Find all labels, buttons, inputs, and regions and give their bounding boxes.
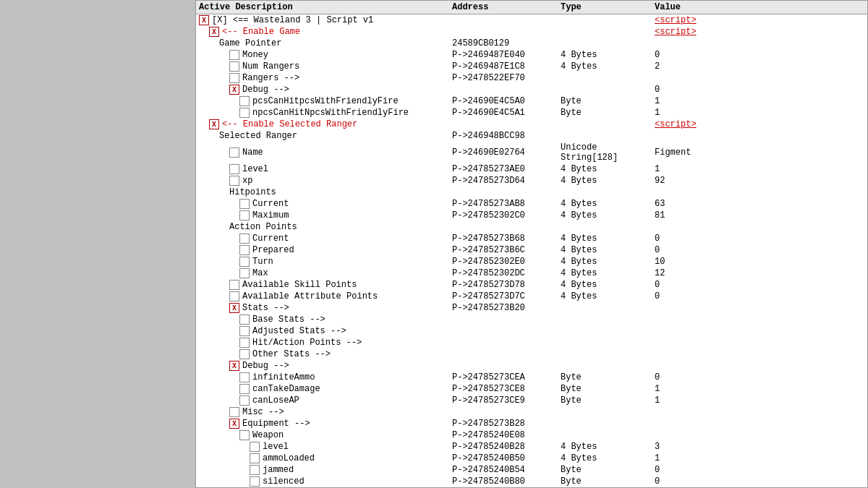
table-row[interactable]: jammedP->24785240B54Byte0 xyxy=(196,464,867,476)
table-row[interactable]: Hit/Action Points --> xyxy=(196,337,867,348)
table-row[interactable]: [X] <== Wasteland 3 | Script v1<script> xyxy=(196,14,867,26)
table-row[interactable]: Action Points xyxy=(196,221,867,233)
row-desc-cell: npcsCanHitNpcsWithFriendlyFire xyxy=(199,108,452,118)
checkbox[interactable] xyxy=(239,234,250,244)
table-row[interactable]: npcsCanHitNpcsWithFriendlyFireP->24690E4… xyxy=(196,107,867,119)
row-addr-cell: P->24785273CE9 xyxy=(452,395,561,406)
table-row[interactable]: Debug --> xyxy=(196,360,867,372)
row-type-cell: Byte xyxy=(561,384,655,394)
table-row[interactable]: pcsCanHitpcsWithFriendlyFireP->24690E4C5… xyxy=(196,95,867,107)
table-row[interactable]: infiniteAmmoP->24785273CEAByte0 xyxy=(196,372,867,383)
table-row[interactable]: Rangers -->P->2478522EF70 xyxy=(196,72,867,84)
table-row[interactable]: WeaponP->24785240E08 xyxy=(196,429,867,441)
row-type-cell: Byte xyxy=(561,96,655,106)
checkbox[interactable] xyxy=(229,407,239,417)
checkbox[interactable] xyxy=(250,442,260,452)
table-row[interactable]: MaxP->247852302DC4 Bytes12 xyxy=(196,267,867,279)
row-addr-cell: P->247852302E0 xyxy=(452,257,561,267)
row-value-cell: 0 xyxy=(655,280,741,290)
table-row[interactable]: Other Stats --> xyxy=(196,348,867,360)
checkbox[interactable] xyxy=(239,338,250,348)
checkbox[interactable] xyxy=(250,453,260,463)
table-row[interactable]: Game Pointer24589CB0129 xyxy=(196,38,867,49)
row-label: canTakeDamage xyxy=(252,384,320,394)
row-value-cell: 1 xyxy=(655,384,741,394)
checkbox[interactable] xyxy=(250,476,260,487)
checkbox[interactable] xyxy=(239,384,250,394)
row-desc-cell: Maximum xyxy=(199,210,452,221)
checkbox[interactable] xyxy=(229,361,239,371)
checkbox[interactable] xyxy=(229,176,239,186)
table-row[interactable]: levelP->24785240B284 Bytes3 xyxy=(196,441,867,453)
checkbox[interactable] xyxy=(229,303,239,313)
checkbox[interactable] xyxy=(229,419,239,429)
row-desc-cell: Debug --> xyxy=(199,85,452,95)
checkbox[interactable] xyxy=(239,210,250,221)
table-row[interactable]: levelP->24785273AE04 Bytes1 xyxy=(196,163,867,175)
table-row[interactable]: Available Skill PointsP->24785273D784 By… xyxy=(196,279,867,291)
checkbox[interactable] xyxy=(239,257,250,267)
row-label: canLoseAP xyxy=(252,395,299,406)
checkbox[interactable] xyxy=(250,465,260,475)
table-row[interactable]: Selected RangerP->246948BCC98 xyxy=(196,130,867,142)
checkbox[interactable] xyxy=(209,119,219,129)
table-row[interactable]: Base Stats --> xyxy=(196,314,867,325)
checkbox[interactable] xyxy=(239,199,250,209)
checkbox[interactable] xyxy=(209,27,219,37)
table-row[interactable]: Debug -->0 xyxy=(196,84,867,95)
checkbox[interactable] xyxy=(239,372,250,382)
row-label: Turn xyxy=(252,257,273,267)
table-row[interactable]: PreparedP->24785273B6C4 Bytes0 xyxy=(196,244,867,256)
table-row[interactable]: Equipment -->P->24785273B28 xyxy=(196,418,867,429)
row-label: Name xyxy=(242,147,263,158)
checkbox[interactable] xyxy=(229,50,239,60)
table-row[interactable]: ammoLoadedP->24785240B504 Bytes1 xyxy=(196,453,867,464)
checkbox[interactable] xyxy=(239,314,250,325)
checkbox[interactable] xyxy=(239,245,250,255)
table-row[interactable]: canLoseAPP->24785273CE9Byte1 xyxy=(196,395,867,406)
table-row[interactable]: CurrentP->24785273AB84 Bytes63 xyxy=(196,198,867,210)
checkbox[interactable] xyxy=(229,164,239,174)
table-row[interactable]: Adjusted Stats --> xyxy=(196,325,867,337)
checkbox[interactable] xyxy=(239,326,250,336)
table-row[interactable]: Available Attribute PointsP->24785273D7C… xyxy=(196,291,867,302)
checkbox[interactable] xyxy=(239,395,250,406)
checkbox[interactable] xyxy=(229,291,239,301)
checkbox[interactable] xyxy=(239,349,250,359)
checkbox[interactable] xyxy=(229,73,239,83)
row-label: Prepared xyxy=(252,245,294,255)
table-row[interactable]: MoneyP->2469487E0404 Bytes0 xyxy=(196,49,867,61)
table-row[interactable]: silencedP->24785240B80Byte0 xyxy=(196,476,867,487)
table-row[interactable]: Hitpoints xyxy=(196,187,867,198)
checkbox[interactable] xyxy=(229,61,239,72)
checkbox[interactable] xyxy=(239,108,250,118)
checkbox[interactable] xyxy=(229,147,239,158)
checkbox[interactable] xyxy=(229,85,239,95)
table-row[interactable]: Misc --> xyxy=(196,406,867,418)
table-row[interactable]: xpP->24785273D644 Bytes92 xyxy=(196,175,867,187)
table-row[interactable]: MaximumP->247852302C04 Bytes81 xyxy=(196,210,867,221)
table-row[interactable]: <-- Enable Game<script> xyxy=(196,26,867,38)
table-row[interactable]: Num RangersP->2469487E1C84 Bytes2 xyxy=(196,61,867,72)
table-row[interactable]: CurrentP->24785273B684 Bytes0 xyxy=(196,233,867,244)
row-desc-cell: Equipment --> xyxy=(199,419,452,429)
row-value-cell: 0 xyxy=(655,372,741,382)
row-desc-cell: pcsCanHitpcsWithFriendlyFire xyxy=(199,96,452,106)
checkbox[interactable] xyxy=(239,430,250,440)
table-row[interactable]: <-- Enable Selected Ranger<script> xyxy=(196,119,867,130)
checkbox[interactable] xyxy=(239,96,250,106)
table-row[interactable]: Stats -->P->24785273B20 xyxy=(196,302,867,314)
row-addr-cell: P->24690E4C5A1 xyxy=(452,108,561,118)
checkbox[interactable] xyxy=(239,268,250,278)
table-row[interactable]: NameP->24690E02764Unicode String[128]Fig… xyxy=(196,142,867,163)
checkbox[interactable] xyxy=(229,280,239,290)
row-addr-cell: P->247852302DC xyxy=(452,268,561,278)
table-row[interactable]: TurnP->247852302E04 Bytes10 xyxy=(196,256,867,267)
checkbox[interactable] xyxy=(199,15,209,25)
row-label: jammed xyxy=(263,465,294,475)
row-addr-cell: P->247852302C0 xyxy=(452,210,561,221)
row-desc-cell: Current xyxy=(199,234,452,244)
table-row[interactable]: canTakeDamageP->24785273CE8Byte1 xyxy=(196,383,867,395)
row-type-cell: 4 Bytes xyxy=(561,257,655,267)
row-addr-cell: P->24785273D78 xyxy=(452,280,561,290)
